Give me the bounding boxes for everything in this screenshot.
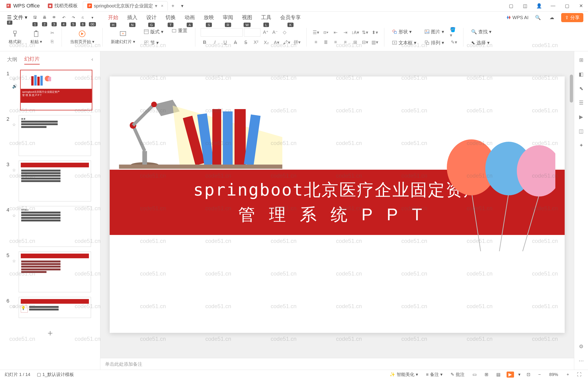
outline-button[interactable]: ✎▾ — [450, 38, 458, 46]
text-direction-button[interactable]: ↕A▾ — [351, 29, 359, 36]
view-sorter-icon[interactable]: ⊞ — [483, 371, 490, 378]
menu-tab-transition[interactable]: 切换T — [165, 12, 177, 23]
qat-6[interactable]: ⎌6 — [79, 13, 87, 22]
sidebar-select-icon[interactable]: ⬉ — [577, 84, 586, 93]
star-icon[interactable]: ☆ — [12, 77, 17, 82]
add-slide-button[interactable]: ＋ — [5, 323, 95, 343]
beautify-button[interactable]: ✨ 智能美化 ▾ — [388, 371, 420, 379]
sound-icon[interactable]: 🔊 — [12, 84, 17, 89]
slide-thumb-4[interactable]: 研究意义▇▇▇▇▇▇▇▇▇▇▇▇▇▇▇▇▇▇▇▇▇▇▇▇▇▇▇▇▇▇▇▇▇▇▇▇… — [19, 206, 91, 247]
shape-button[interactable]: 形状 ▾ — [390, 27, 419, 36]
qat-undo[interactable]: ↶4 — [60, 13, 68, 22]
sidebar-new-icon[interactable]: ⊞ — [577, 56, 586, 64]
view-reading-icon[interactable]: ▤ — [494, 371, 502, 378]
slide-thumb-3[interactable]: ▇▇▇▇▇▇▇▇▇▇▇▇▇▇▇▇▇▇▇▇▇▇▇▇▇▇▇▇▇▇▇▇▇▇▇▇▇▇▇▇… — [19, 161, 91, 201]
align-vertical-button[interactable]: ⊟▾ — [361, 38, 369, 46]
qat-save[interactable]: 🖫1 — [31, 13, 39, 22]
menu-tab-insert[interactable]: 插入N — [126, 12, 138, 23]
superscript-button[interactable]: X² — [252, 38, 260, 46]
sidebar-tool-icon[interactable]: ✦ — [577, 141, 586, 150]
zoom-in-button[interactable]: + — [565, 371, 571, 378]
menu-tab-member[interactable]: 会员专享K — [279, 12, 302, 23]
menu-tab-review[interactable]: 审阅R — [222, 12, 234, 23]
from-current-button[interactable]: 当前页开始 ▾ — [67, 28, 97, 46]
font-color-button[interactable]: A▾ — [272, 38, 281, 46]
template-name[interactable]: ▢ 1_默认设计模板 — [35, 371, 76, 379]
vertical-scrollbar[interactable] — [570, 75, 573, 103]
notes-area[interactable]: 单击此处添加备注 — [100, 358, 574, 370]
star-icon[interactable]: ☆ — [12, 168, 16, 173]
line-spacing-button[interactable]: ⇅▾ — [361, 29, 369, 36]
sidebar-properties-icon[interactable]: ☰ — [577, 99, 586, 107]
cut-button[interactable]: ✂ — [48, 29, 56, 37]
align-left-button[interactable]: ≡ — [312, 38, 320, 46]
tab-dropdown-icon[interactable]: ▾ — [155, 3, 157, 9]
star-icon[interactable]: ☆ — [12, 213, 16, 218]
qat-more[interactable]: ▾00 — [88, 13, 97, 22]
find-button[interactable]: 🔍 查找 ▾ — [469, 27, 494, 36]
menu-tab-slideshow[interactable]: 放映S — [203, 12, 215, 23]
view-normal-icon[interactable]: ▭ — [471, 371, 479, 378]
wps-ai-button[interactable]: WPS AI — [506, 15, 528, 20]
tab-menu-button[interactable]: ▾ — [178, 1, 187, 11]
sidebar-resource-icon[interactable]: ◫ — [577, 127, 586, 135]
close-window-button[interactable]: ✕ — [576, 1, 586, 11]
window-tabs-icon[interactable]: ▢ — [506, 1, 516, 11]
strike-button[interactable]: A̶ — [232, 38, 239, 46]
textbox-button[interactable]: A 文本框 ▾ — [390, 38, 419, 47]
paste-button[interactable]: 粘贴 ▾ — [28, 28, 45, 46]
columns-button[interactable]: ▥▾ — [371, 38, 379, 46]
pinyin-button[interactable]: 拼▾ — [293, 38, 301, 46]
qat-redo[interactable]: ↷5 — [69, 13, 77, 22]
cloud-icon[interactable]: ☁ — [547, 13, 556, 22]
comments-toggle[interactable]: ✎ 批注 — [449, 371, 466, 379]
menu-tab-design[interactable]: 设计G — [145, 12, 157, 23]
slideshow-button[interactable]: ▶ — [506, 372, 514, 378]
close-tab-icon[interactable]: × — [161, 3, 164, 8]
select-button[interactable]: ⬉ 选择 ▾ — [469, 38, 494, 47]
font-family-select[interactable] — [201, 28, 243, 37]
bullets-button[interactable]: ☰▾ — [312, 29, 320, 36]
picture-button[interactable]: 图片 ▾ — [422, 27, 446, 36]
sidebar-animation-icon[interactable]: ▶ — [577, 113, 586, 121]
clear-format-button[interactable]: ◇ — [281, 28, 288, 36]
view-mode-icon[interactable]: ⊡ — [525, 371, 532, 378]
slide-thumb-5[interactable]: ▇▇▇▇▇▇▇▇▇▇▇▇▇▇▇▇▇▇▇▇▇▇▇▇▇▇▇▇▇▇▇▇▇▇▇▇▇▇▇▇… — [19, 252, 91, 292]
cube-icon[interactable]: ◫ — [520, 1, 530, 11]
arrange-button[interactable]: 排列 ▾ — [422, 38, 446, 47]
new-slide-button[interactable]: + 新建幻灯片 ▾ — [108, 28, 138, 46]
collapse-panel-icon[interactable]: ‹ — [91, 56, 93, 63]
outline-tab[interactable]: 大纲 — [7, 55, 17, 64]
highlight-button[interactable]: 🖍▾ — [283, 38, 291, 46]
slides-tab[interactable]: 幻灯片 — [24, 54, 40, 64]
minimize-button[interactable]: — — [548, 1, 558, 11]
sidebar-style-icon[interactable]: ◧ — [577, 70, 586, 79]
decrease-font-button[interactable]: A⁻ — [271, 28, 279, 36]
tab-document[interactable]: P springboot北京医疗企业固定 ▾ × — [83, 1, 168, 11]
font-size-select[interactable] — [244, 28, 260, 37]
align-justify-button[interactable]: ≡ — [341, 38, 349, 46]
numbering-button[interactable]: ⧈▾ — [322, 29, 330, 36]
slide-thumb-1[interactable]: springboot北京医疗企业固定资产管 理 系 统 P P T — [20, 70, 92, 111]
star-icon[interactable]: ☆ — [12, 258, 16, 264]
search-icon[interactable]: 🔍 — [533, 13, 542, 22]
star-icon[interactable]: ☆ — [12, 304, 16, 309]
tab-templates[interactable]: ◆ 找稻壳模板 — [44, 1, 82, 11]
maximize-button[interactable]: ▢ — [562, 1, 572, 11]
increase-font-button[interactable]: A⁺ — [262, 28, 270, 36]
spacing-button[interactable]: ⬍▾ — [371, 29, 379, 36]
align-right-button[interactable]: ≡ — [332, 38, 339, 46]
fit-screen-button[interactable]: ⛶ — [575, 371, 583, 378]
distribute-button[interactable]: ⊞ — [351, 38, 359, 46]
indent-left-button[interactable]: ⇤ — [332, 29, 339, 36]
zoom-out-button[interactable]: − — [537, 371, 543, 378]
bold-button[interactable]: B — [201, 38, 209, 46]
share-button[interactable]: ⇪ 分享 — [561, 13, 583, 22]
new-tab-button[interactable]: ＋ — [168, 1, 178, 11]
menu-tab-view[interactable]: 视图W — [241, 12, 253, 23]
fill-button[interactable]: 🪣▾ — [450, 29, 458, 36]
slide-canvas[interactable]: springboot北京医疗企业固定资产 管理系统PPT — [110, 77, 565, 333]
star-icon[interactable]: ☆ — [12, 122, 16, 127]
menu-tab-start[interactable]: 开始H — [107, 12, 119, 23]
section-button[interactable]: 节 ▾ — [141, 38, 166, 47]
